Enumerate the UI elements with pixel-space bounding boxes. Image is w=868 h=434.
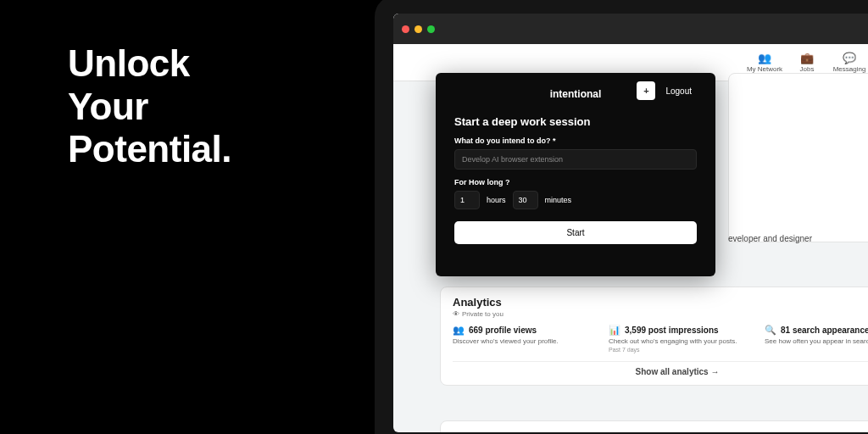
analytics-card: Analytics 👁 Private to you 👥669 profile … — [440, 287, 868, 386]
nav-messaging-label: Messaging — [833, 65, 866, 73]
overlay-title: Start a deep work session — [454, 115, 697, 128]
resources-heading: Resources — [453, 430, 868, 432]
window-titlebar — [393, 14, 868, 44]
bar-chart-icon: 📊 — [609, 325, 620, 336]
nav-network-label: My Network — [747, 65, 782, 73]
laptop-screen: 👥 My Network 💼 Jobs 💬 Messaging 🔔 Notifi… — [393, 14, 868, 432]
people-icon: 👥 — [453, 325, 465, 336]
search-stat[interactable]: 🔍81 search appearances See how often you… — [765, 325, 868, 353]
window-minimize-dot[interactable] — [415, 25, 422, 33]
intend-label: What do you intend to do? * — [454, 136, 697, 145]
search-sub: See how often you appear in search resul… — [765, 337, 868, 346]
hero-line-3: Potential. — [68, 128, 231, 171]
duration-label: For How long ? — [454, 178, 697, 186]
analytics-heading: Analytics — [453, 296, 868, 309]
laptop-mockup: 👥 My Network 💼 Jobs 💬 Messaging 🔔 Notifi… — [373, 0, 868, 434]
logout-button[interactable]: Logout — [660, 83, 697, 99]
laptop-bezel: 👥 My Network 💼 Jobs 💬 Messaging 🔔 Notifi… — [373, 0, 868, 434]
profile-role-text: eveloper and designer — [728, 234, 812, 243]
imp-count: 3,599 post impressions — [625, 326, 719, 335]
plus-icon: + — [643, 86, 648, 96]
hours-input[interactable] — [454, 191, 480, 209]
nav-messaging[interactable]: 💬 Messaging — [831, 53, 868, 73]
nav-network[interactable]: 👥 My Network — [746, 53, 783, 73]
window-close-dot[interactable] — [402, 25, 409, 33]
window-maximize-dot[interactable] — [427, 25, 435, 33]
imp-period: Past 7 days — [609, 347, 746, 353]
add-button[interactable]: + — [637, 81, 655, 100]
hero-line-2: Your — [68, 86, 231, 129]
extension-overlay: intentional + Logout Start a deep work s… — [436, 73, 715, 276]
intend-input[interactable] — [454, 149, 697, 170]
views-count: 669 profile views — [469, 326, 537, 335]
minutes-unit: minutes — [545, 196, 572, 204]
analytics-privacy-label: Private to you — [462, 310, 504, 318]
show-all-analytics-link[interactable]: Show all analytics → — [453, 361, 868, 376]
search-count: 81 search appearances — [781, 326, 868, 335]
minutes-input[interactable] — [513, 191, 538, 209]
nav-jobs-label: Jobs — [800, 65, 815, 73]
views-sub: Discover who's viewed your profile. — [453, 337, 590, 346]
page-content: ✎ ✎ eveloper and designer intentional + … — [393, 81, 868, 432]
profile-card: ✎ ✎ — [728, 73, 868, 242]
imp-sub: Check out who's engaging with your posts… — [609, 337, 746, 346]
message-icon: 💬 — [843, 53, 855, 64]
briefcase-icon: 💼 — [801, 53, 813, 64]
start-button[interactable]: Start — [454, 221, 697, 244]
hero-line-1: Unlock — [68, 42, 231, 86]
impressions-stat[interactable]: 📊3,599 post impressions Check out who's … — [609, 325, 746, 353]
people-icon: 👥 — [759, 53, 771, 64]
brand-name: intentional — [550, 88, 602, 100]
duration-row: hours minutes — [454, 191, 697, 209]
hours-unit: hours — [487, 196, 506, 204]
nav-jobs[interactable]: 💼 Jobs — [788, 53, 826, 73]
analytics-privacy: 👁 Private to you — [453, 310, 868, 318]
search-icon: 🔍 — [765, 325, 776, 336]
hero-headline: Unlock Your Potential. — [68, 42, 231, 171]
overlay-header: intentional + Logout — [454, 81, 697, 107]
eye-icon: 👁 — [453, 310, 459, 318]
profile-views-stat[interactable]: 👥669 profile views Discover who's viewed… — [453, 325, 590, 353]
resources-card: Resources 👁 Private to you — [440, 420, 868, 432]
